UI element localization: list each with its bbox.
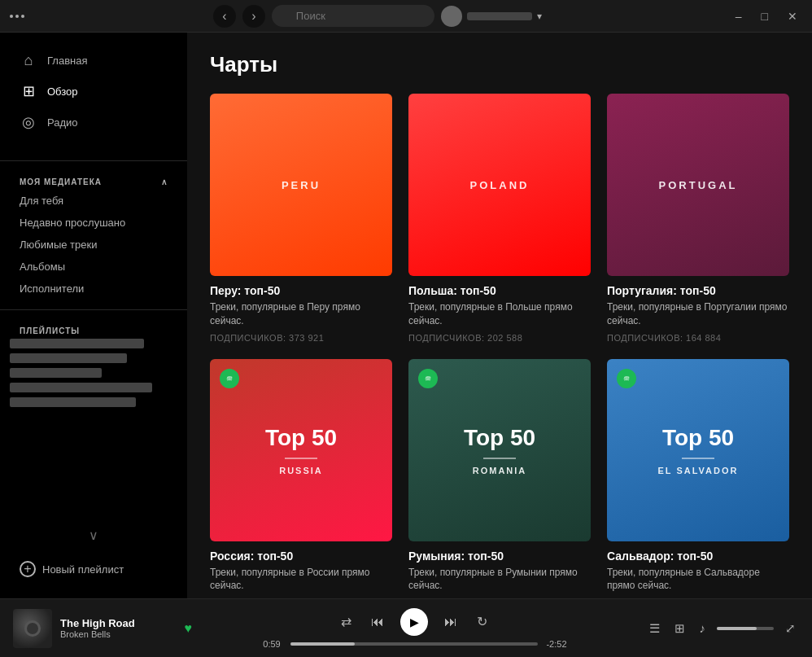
chart-subscribers: ПОДПИСЧИКОВ: 373 921 (210, 333, 392, 343)
avatar (441, 6, 462, 27)
chart-desc: Треки, популярные в России прямо сейчас. (210, 566, 392, 593)
svg-point-0 (225, 374, 234, 383)
play-button[interactable]: ▶ (400, 608, 428, 636)
maximize-button[interactable]: □ (757, 8, 773, 24)
back-button[interactable]: ‹ (213, 5, 236, 28)
sidebar-nav: ⌂ Главная ⊞ Обзор ◎ Радио (0, 46, 187, 138)
list-item[interactable] (10, 368, 102, 378)
list-item[interactable] (10, 397, 136, 407)
library-for-you[interactable]: Для тебя (10, 190, 177, 212)
chart-cover: Top 50 EL SALVADOR (607, 359, 789, 541)
chart-card-peru[interactable]: PERU Перу: топ-50 Треки, популярные в Пе… (210, 94, 392, 343)
next-button[interactable]: ⏭ (441, 611, 461, 633)
player-info: The High Road Broken Bells (60, 617, 177, 639)
forward-button[interactable]: › (242, 5, 265, 28)
player-bar: The High Road Broken Bells ♥ ⇄ ⏮ ▶ ⏭ ↻ 0… (0, 598, 812, 657)
main-content: Чарты PERU Перу: топ-50 Треки, популярны… (187, 33, 812, 598)
library-section-title: МОЯ МЕДИАТЕКА ∧ (0, 171, 187, 190)
top50-title: Top 50 (662, 425, 734, 451)
library-liked-songs[interactable]: Любимые треки (10, 234, 177, 256)
chart-cover-label: PORTUGAL (659, 179, 738, 191)
chart-subscribers: ПОДПИСЧИКОВ: 164 884 (607, 333, 789, 343)
new-playlist-button[interactable]: + Новый плейлист (0, 553, 187, 585)
chart-cover: PORTUGAL (607, 94, 789, 276)
playlists-section-title: ПЛЕЙЛИСТЫ (0, 320, 187, 339)
page-title: Чарты (210, 52, 789, 77)
spotify-icon (617, 369, 636, 388)
chart-cover-label: POLAND (470, 179, 530, 191)
window-menu[interactable] (10, 15, 24, 18)
chart-name: Польша: топ-50 (408, 284, 591, 297)
chart-name: Румыния: топ-50 (408, 550, 591, 563)
top50-country: EL SALVADOR (657, 466, 738, 475)
chart-name: Перу: топ-50 (210, 284, 392, 297)
list-item[interactable] (10, 339, 144, 348)
minimize-button[interactable]: – (731, 8, 747, 24)
chart-desc: Треки, популярные в Португалии прямо сей… (607, 300, 789, 328)
progress-bar[interactable] (290, 642, 538, 646)
browse-icon: ⊞ (20, 82, 37, 100)
list-item[interactable] (10, 383, 152, 392)
chart-desc: Треки, популярные в Перу прямо сейчас. (210, 300, 392, 328)
devices-button[interactable]: ⊞ (671, 618, 688, 639)
title-bar: ‹ › 🔍 ▾ – □ ✕ (0, 0, 812, 33)
library-artists[interactable]: Исполнители (10, 278, 177, 300)
home-icon: ⌂ (20, 52, 37, 69)
fullscreen-button[interactable]: ⤢ (782, 618, 799, 639)
shuffle-button[interactable]: ⇄ (338, 611, 355, 633)
time-current: 0:59 (260, 639, 284, 649)
chevron-down-icon[interactable]: ▾ (537, 11, 542, 22)
volume-button[interactable]: ♪ (696, 618, 709, 638)
charts-grid: PERU Перу: топ-50 Треки, популярные в Пе… (210, 94, 789, 598)
top50-divider (682, 458, 714, 459)
top50-country: ROMANIA (473, 466, 527, 475)
like-button[interactable]: ♥ (185, 621, 193, 636)
user-name (467, 12, 532, 20)
player-track: The High Road Broken Bells ♥ (13, 609, 192, 648)
sidebar-label-home: Главная (47, 55, 87, 67)
library-albums[interactable]: Альбомы (10, 256, 177, 278)
app-body: ⌂ Главная ⊞ Обзор ◎ Радио МОЯ МЕДИАТЕКА … (0, 33, 812, 598)
chart-cover: Top 50 ROMANIA (408, 359, 591, 541)
collapse-icon[interactable]: ∧ (161, 177, 168, 186)
chart-desc: Треки, популярные в Сальвадоре прямо сей… (607, 566, 789, 593)
sidebar-item-radio[interactable]: ◎ Радио (10, 107, 177, 138)
repeat-button[interactable]: ↻ (474, 611, 491, 633)
svg-point-1 (423, 374, 433, 383)
list-item[interactable] (10, 353, 127, 363)
radio-icon: ◎ (20, 113, 37, 131)
top50-divider (285, 458, 317, 459)
sidebar-item-browse[interactable]: ⊞ Обзор (10, 76, 177, 107)
prev-button[interactable]: ⏮ (368, 611, 387, 633)
playlist-section (0, 339, 187, 412)
queue-button[interactable]: ☰ (646, 618, 663, 639)
close-button[interactable]: ✕ (783, 8, 802, 24)
chart-subscribers: ПОДПИСЧИКОВ: 202 588 (408, 333, 591, 343)
time-total: -2:52 (544, 639, 569, 649)
top50-title: Top 50 (265, 425, 337, 451)
chart-card-romania[interactable]: Top 50 ROMANIA Румыния: топ-50 Треки, по… (408, 359, 591, 598)
sidebar: ⌂ Главная ⊞ Обзор ◎ Радио МОЯ МЕДИАТЕКА … (0, 33, 187, 598)
plus-icon: + (20, 561, 36, 577)
chart-card-el-salvador[interactable]: Top 50 EL SALVADOR Сальвадор: топ-50 Тре… (607, 359, 789, 598)
progress-fill (290, 642, 355, 646)
volume-bar[interactable] (717, 627, 774, 630)
chart-card-russia[interactable]: Top 50 RUSSIA Россия: топ-50 Треки, попу… (210, 359, 392, 598)
spotify-icon (418, 369, 438, 388)
player-song-title: The High Road (60, 617, 177, 629)
chart-card-poland[interactable]: POLAND Польша: топ-50 Треки, популярные … (408, 94, 591, 343)
chart-cover-label: PERU (282, 179, 321, 191)
chart-card-portugal[interactable]: PORTUGAL Португалия: топ-50 Треки, попул… (607, 94, 789, 343)
chart-cover: PERU (210, 94, 392, 276)
top50-divider (483, 458, 516, 459)
sidebar-divider-2 (0, 309, 187, 310)
search-input[interactable] (272, 5, 434, 27)
player-right: ☰ ⊞ ♪ ⤢ (636, 618, 799, 639)
scroll-down-icon[interactable]: ∨ (89, 528, 98, 543)
sidebar-item-home[interactable]: ⌂ Главная (10, 46, 177, 76)
user-section: ▾ (441, 6, 542, 27)
library-recently-played[interactable]: Недавно прослушано (10, 212, 177, 234)
chart-subscribers: ПОДПИСЧИКОВ: 10 839 (210, 598, 392, 598)
player-buttons: ⇄ ⏮ ▶ ⏭ ↻ (338, 608, 491, 636)
sidebar-divider (0, 160, 187, 161)
